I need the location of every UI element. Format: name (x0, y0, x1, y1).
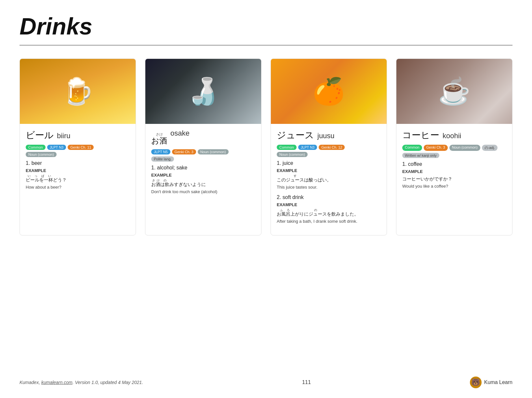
def-2-juice: 2. soft drink EXAMPLE お風ふ呂ろ上がりにジュースを飲のみま… (277, 194, 381, 225)
word-japanese-sake: お酒 (151, 136, 167, 145)
definitions-beer: 1. beer EXAMPLE ビールを一杯いっぱいどう？ How about … (26, 160, 130, 191)
word-japanese-juice: ジュース (277, 129, 314, 141)
tag-jlpt-sake: JLPT N5 (151, 149, 170, 154)
tag-noun-beer: Noun (common) (26, 152, 57, 157)
tags-row2-beer: Noun (common) (26, 152, 130, 157)
word-romaji-coffee: koohii (443, 132, 461, 140)
card-osake: さけ お酒 osake JLPT N5 Genki Ch. 3 Noun (co… (145, 59, 261, 235)
def-text-coffee: 1. coffee (402, 161, 506, 167)
tag-written-coffee: Written w/ kanji only (402, 153, 439, 158)
card-body-coffee: コーヒー koohii Common Genki Ch. 3 Noun (com… (396, 124, 512, 200)
bear-icon: 🐻 (470, 377, 482, 388)
def-1-juice: 1. juice EXAMPLE このジュースは酸すっぱい。 This juic… (277, 160, 381, 191)
definitions-coffee: 1. coffee EXAMPLE コーヒーいかがですか？ Would you … (402, 161, 506, 190)
tag-noun-coffee: Noun (common) (449, 145, 480, 151)
def-text-beer: 1. beer (26, 160, 130, 166)
example-label-sake: EXAMPLE (151, 173, 255, 178)
ruby-juice1: このジュースは酸すっぱい。 (277, 177, 331, 182)
tags-row-sake: JLPT N5 Genki Ch. 3 Noun (common) (151, 149, 255, 154)
def-word2-juice: soft drink (283, 194, 304, 200)
tag-common-juice: Common (277, 145, 297, 150)
def-number-beer: 1. (26, 160, 30, 166)
tag-no-adj-coffee: の-adj. (482, 145, 498, 151)
tags-row2-coffee: Written w/ kanji only (402, 153, 506, 158)
def-word-coffee: coffee (408, 161, 422, 167)
card-image-coffee (396, 59, 512, 124)
tag-noun-sake: Noun (common) (198, 149, 229, 154)
page-title: Drinks (20, 13, 512, 40)
word-japanese-coffee: コーヒー (402, 129, 439, 141)
card-body-juice: ジュース juusu Common JLPT N3 Genki Ch. 12 N… (271, 124, 387, 235)
tag-polite-sake: Polite lang. (151, 156, 174, 162)
tag-noun-juice: Noun (common) (277, 152, 308, 157)
example-jp-coffee: コーヒーいかがですか？ (402, 175, 506, 182)
card-image-sake (145, 59, 261, 124)
example-en1-juice: This juice tastes sour. (277, 184, 381, 191)
tags-row-beer: Common JLPT N3 Genki Ch. 11 (26, 145, 130, 150)
example-label-beer: EXAMPLE (26, 168, 130, 173)
tags-row-coffee: Common Genki Ch. 3 Noun (common) の-adj. (402, 145, 506, 151)
card-image-juice (271, 59, 387, 124)
tag-jlpt-juice: JLPT N3 (298, 145, 317, 150)
example-label2-juice: EXAMPLE (277, 202, 381, 207)
page-container: Drinks ビール biiru Common JLPT N3 Genki Ch… (0, 0, 532, 255)
ruby-juice2: お風ふ呂ろ上がりにジュースを飲のみました。 (277, 211, 359, 217)
tags-row2-sake: Polite lang. (151, 156, 255, 162)
tag-genki-juice: Genki Ch. 12 (319, 145, 345, 150)
tag-genki-sake: Genki Ch. 3 (172, 149, 196, 154)
def-number2-juice: 2. (277, 194, 281, 200)
card-biiru: ビール biiru Common JLPT N3 Genki Ch. 11 No… (20, 59, 136, 235)
word-romaji-juice: juusu (317, 132, 335, 140)
footer-version: Version 1.0, updated 4 May 2021. (75, 380, 143, 385)
word-heading-coffee: コーヒー koohii (402, 129, 506, 141)
footer-left: Kumadex, kumalearn.com. Version 1.0, upd… (20, 380, 143, 385)
def-1-sake: 1. alcohol; sake EXAMPLE お酒さけは飲のみすぎないように… (151, 165, 255, 195)
osake-furigana: さけ (151, 133, 167, 136)
example-label1-juice: EXAMPLE (277, 168, 381, 173)
footer-brand: 🐻 Kuma Learn (470, 377, 512, 388)
card-image-beer (20, 59, 136, 124)
example-en-beer: How about a beer? (26, 184, 130, 191)
def-number1-juice: 1. (277, 160, 281, 166)
ruby-beer: ビールを一杯いっぱいどう？ (26, 177, 67, 182)
def-1-beer: 1. beer EXAMPLE ビールを一杯いっぱいどう？ How about … (26, 160, 130, 191)
example-jp1-juice: このジュースは酸すっぱい。 (277, 174, 381, 183)
def-word-beer: beer (32, 160, 42, 166)
tag-common-coffee: Common (402, 145, 422, 151)
def-number-coffee: 1. (402, 161, 406, 167)
word-romaji-beer: biiru (57, 132, 71, 140)
def-number-sake: 1. (151, 165, 155, 170)
brand-name: Kuma Learn (484, 379, 512, 385)
def-text1-juice: 1. juice (277, 160, 381, 166)
def-word-sake: alcohol; sake (157, 165, 187, 170)
tags-row-juice: Common JLPT N3 Genki Ch. 12 (277, 145, 381, 150)
example-label-coffee: EXAMPLE (402, 169, 506, 174)
footer-kumadex: Kumadex (20, 380, 39, 385)
footer-link[interactable]: kumalearn.com (41, 380, 73, 385)
tag-common-beer: Common (26, 145, 46, 150)
example-jp2-juice: お風ふ呂ろ上がりにジュースを飲のみました。 (277, 208, 381, 218)
tags-row2-juice: Noun (common) (277, 152, 381, 157)
footer-page-number: 111 (302, 379, 311, 385)
osake-japanese-block: さけ お酒 (151, 133, 167, 146)
tag-genki-coffee: Genki Ch. 3 (424, 145, 448, 151)
tag-genki-beer: Genki Ch. 11 (68, 145, 94, 150)
def-1-coffee: 1. coffee EXAMPLE コーヒーいかがですか？ Would you … (402, 161, 506, 190)
ruby-sake: お酒さけは飲のみすぎないように (151, 182, 206, 187)
example-en-coffee: Would you like a coffee? (402, 183, 506, 190)
example-jp-beer: ビールを一杯いっぱいどう？ (26, 174, 130, 183)
def-text2-juice: 2. soft drink (277, 194, 381, 200)
definitions-sake: 1. alcohol; sake EXAMPLE お酒さけは飲のみすぎないように… (151, 165, 255, 195)
example-jp-sake: お酒さけは飲のみすぎないように (151, 179, 255, 188)
word-heading-sake: さけ お酒 osake (151, 129, 255, 146)
section-divider (20, 45, 512, 46)
cards-grid: ビール biiru Common JLPT N3 Genki Ch. 11 No… (20, 59, 512, 235)
definitions-juice: 1. juice EXAMPLE このジュースは酸すっぱい。 This juic… (277, 160, 381, 225)
example-en-sake: Don't drink too much sake (alcohol) (151, 189, 255, 195)
word-romaji-sake: osake (170, 129, 190, 138)
card-koohii: コーヒー koohii Common Genki Ch. 3 Noun (com… (396, 59, 512, 235)
card-juusu: ジュース juusu Common JLPT N3 Genki Ch. 12 N… (271, 59, 387, 235)
word-heading-juice: ジュース juusu (277, 129, 381, 141)
footer: Kumadex, kumalearn.com. Version 1.0, upd… (20, 377, 512, 388)
card-body-beer: ビール biiru Common JLPT N3 Genki Ch. 11 No… (20, 124, 136, 201)
